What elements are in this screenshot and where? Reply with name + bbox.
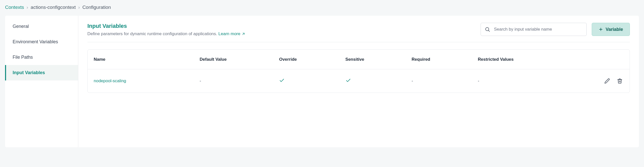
sidebar-item-file-paths[interactable]: File Paths	[5, 50, 78, 65]
search-input[interactable]	[481, 23, 587, 36]
divider	[87, 42, 630, 42]
edit-button[interactable]	[603, 77, 611, 85]
row-actions	[571, 77, 624, 85]
sidebar-item-general[interactable]: General	[5, 19, 78, 34]
col-override: Override	[279, 57, 345, 62]
content-area: Input Variables Define parameters for dy…	[78, 16, 639, 147]
cell-default-value: -	[200, 78, 279, 84]
breadcrumb-separator: ›	[27, 5, 28, 10]
breadcrumb-root[interactable]: Contexts	[5, 5, 24, 10]
pencil-icon	[604, 78, 610, 84]
table-row: nodepool-scaling - - -	[88, 69, 630, 93]
sidebar-item-input-vars[interactable]: Input Variables	[5, 65, 78, 80]
page-subtitle: Define parameters for dynamic runtime co…	[87, 31, 475, 36]
table-header: Name Default Value Override Sensitive Re…	[88, 50, 630, 69]
svg-line-0	[242, 33, 244, 35]
learn-more-label: Learn more	[218, 31, 240, 36]
cell-restricted-values: -	[478, 78, 571, 84]
title-block: Input Variables Define parameters for dy…	[87, 23, 475, 36]
header-actions: Variable	[481, 23, 630, 36]
delete-button[interactable]	[616, 77, 624, 85]
cell-sensitive	[345, 78, 412, 85]
subtitle-text: Define parameters for dynamic runtime co…	[87, 31, 217, 36]
col-sensitive: Sensitive	[345, 57, 412, 62]
check-icon	[345, 78, 351, 83]
cell-name[interactable]: nodepool-scaling	[94, 78, 200, 84]
page-title: Input Variables	[87, 23, 475, 29]
check-icon	[279, 78, 285, 83]
col-restricted-values: Restricted Values	[478, 57, 571, 62]
col-required: Required	[412, 57, 478, 62]
add-variable-button[interactable]: Variable	[592, 23, 630, 36]
breadcrumb: Contexts › actions-configcontext › Confi…	[0, 0, 644, 13]
col-default-value: Default Value	[200, 57, 279, 62]
variables-table: Name Default Value Override Sensitive Re…	[87, 49, 630, 93]
content-header: Input Variables Define parameters for dy…	[87, 23, 630, 36]
sidebar-item-env-vars[interactable]: Environment Variables	[5, 34, 78, 50]
config-panel: General Environment Variables File Paths…	[5, 16, 639, 147]
breadcrumb-separator: ›	[78, 5, 80, 10]
cell-required: -	[412, 78, 478, 84]
breadcrumb-current: Configuration	[82, 5, 111, 10]
plus-icon	[599, 27, 603, 32]
external-link-icon	[241, 32, 245, 36]
cell-override	[279, 78, 345, 85]
add-variable-label: Variable	[606, 27, 623, 32]
col-name: Name	[94, 57, 200, 62]
sidebar: General Environment Variables File Paths…	[5, 16, 78, 147]
trash-icon	[617, 78, 623, 84]
breadcrumb-context[interactable]: actions-configcontext	[31, 5, 76, 10]
learn-more-link[interactable]: Learn more	[218, 31, 245, 36]
search-wrap	[481, 23, 587, 36]
